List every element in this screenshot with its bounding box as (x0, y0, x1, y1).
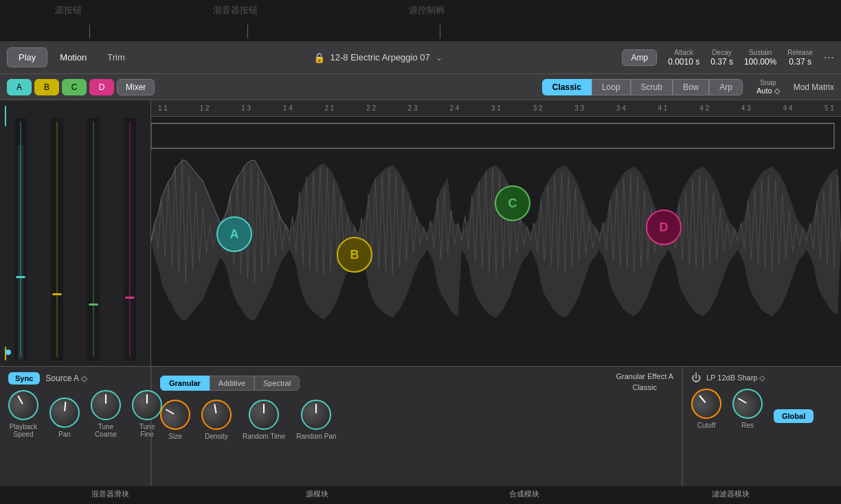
granular-button[interactable]: Granular (160, 376, 210, 391)
annotation-line-handle (440, 25, 440, 38)
track-col-d (113, 106, 148, 360)
lock-icon: 🔒 (313, 52, 325, 63)
source-d-button[interactable]: D (89, 79, 114, 95)
random-time-knob[interactable] (249, 400, 279, 430)
tune-coarse-knob[interactable] (91, 390, 121, 420)
release-label: Release (787, 49, 813, 56)
mode-loop-button[interactable]: Loop (592, 79, 631, 95)
tune-fine-knob[interactable] (132, 390, 162, 420)
decay-label: Decay (712, 49, 731, 56)
attack-label: Attack (674, 49, 693, 56)
bottom-panel: Sync Source A ◇ Playback Speed Pan Tune … (0, 366, 841, 486)
attack-param: Attack 0.0010 s (668, 49, 699, 67)
effect-label-area: Granular Effect A Classic (616, 372, 673, 394)
sustain-value: 100.00% (744, 57, 776, 67)
random-pan-knob[interactable] (301, 400, 331, 430)
fader-b[interactable] (51, 118, 63, 360)
source-a-button[interactable]: A (7, 79, 32, 95)
more-button[interactable]: ··· (824, 50, 834, 65)
track-col-b (39, 106, 74, 360)
knob-group-playback-speed: Playback Speed (8, 390, 38, 438)
res-label: Res (741, 422, 754, 429)
density-knob[interactable] (199, 398, 234, 433)
motion-button[interactable]: Motion (52, 48, 95, 67)
toolbar-right: Amp Attack 0.0010 s Decay 0.37 s Sustain… (622, 49, 834, 67)
annotation-line-source (89, 25, 90, 38)
top-toolbar: Play Motion Trim 🔒 12-8 Electric Arpeggi… (0, 41, 841, 74)
source-c-button[interactable]: C (62, 79, 87, 95)
mode-bow-button[interactable]: Bow (673, 79, 709, 95)
release-param: Release 0.37 s (787, 49, 813, 67)
waveform-area[interactable]: 1 1 1 2 1 3 1 4 2 1 2 2 2 3 2 4 3 1 3 2 … (151, 100, 841, 366)
source-handle-c[interactable]: C (495, 185, 530, 221)
waveform-canvas: waveform A B (151, 117, 841, 366)
knob-group-cutoff: Cutoff (691, 389, 721, 429)
filter-section-header: ⏻ LP 12dB Sharp ◇ (691, 372, 833, 383)
source-b-button[interactable]: B (34, 79, 59, 95)
timeline: 1 1 1 2 1 3 1 4 2 1 2 2 2 3 2 4 3 1 3 2 … (151, 100, 841, 117)
mode-scrub-button[interactable]: Scrub (631, 79, 673, 95)
file-chevron-icon[interactable]: ⌄ (436, 53, 442, 62)
svg-rect-0 (18, 145, 23, 360)
knob-group-tune-coarse: Tune Coarse (91, 390, 121, 438)
snap-label: Snap (760, 79, 776, 87)
source-select[interactable]: Source A ◇ (45, 374, 87, 383)
knob-group-pan: Pan (49, 398, 80, 438)
source-handle-d[interactable]: D (646, 209, 682, 245)
fader-a[interactable] (14, 118, 27, 360)
play-button[interactable]: Play (7, 47, 47, 67)
knob-group-res: Res (732, 389, 763, 429)
trim-button[interactable]: Trim (99, 48, 133, 67)
mode-classic-button[interactable]: Classic (542, 79, 592, 95)
sustain-param: Sustain 100.00% (744, 49, 776, 67)
synth-mode-buttons: Granular Additive Spectral (160, 376, 300, 391)
annotation-line-mixer (247, 25, 248, 38)
cutoff-knob[interactable] (685, 382, 728, 425)
filter-section: ⏻ LP 12dB Sharp ◇ Cutoff Res Global (683, 367, 841, 486)
fader-c[interactable] (87, 118, 100, 360)
timeline-marks: 1 1 1 2 1 3 1 4 2 1 2 2 2 3 2 4 3 1 3 2 … (151, 104, 841, 112)
filter-power-button[interactable]: ⏻ (691, 372, 701, 383)
source-handle-b[interactable]: B (337, 237, 372, 273)
playback-speed-label: Playback Speed (8, 423, 38, 438)
additive-button[interactable]: Additive (210, 376, 254, 391)
synth-section: Granular Additive Spectral Granular Effe… (152, 367, 682, 486)
mixer-section-header: Sync Source A ◇ (8, 372, 142, 385)
source-handle-a[interactable]: A (216, 216, 252, 252)
tune-coarse-label: Tune Coarse (91, 423, 121, 438)
bottom-label-mixer-slider: 混音器滑块 (7, 489, 214, 501)
snap-value[interactable]: Auto ◇ (756, 87, 780, 95)
cutoff-label: Cutoff (697, 422, 716, 429)
bottom-label-synth-module: 合成模块 (420, 489, 627, 501)
playback-speed-knob[interactable] (3, 385, 44, 426)
mod-matrix-button[interactable]: Mod Matrix (794, 82, 834, 92)
spectral-button[interactable]: Spectral (254, 376, 300, 391)
source-knobs-row: Playback Speed Pan Tune Coarse Tune Fine (8, 390, 142, 438)
waveform-svg: waveform (151, 117, 841, 366)
bottom-label-filter-module: 滤波器模块 (627, 489, 834, 501)
release-value: 0.37 s (789, 57, 811, 67)
toolbar-center: 🔒 12-8 Electric Arpeggio 07 ⌄ (137, 52, 618, 63)
fader-d[interactable] (124, 118, 136, 360)
track-col-c (76, 106, 111, 360)
global-button[interactable]: Global (774, 409, 814, 423)
mode-arp-button[interactable]: Arp (709, 79, 743, 95)
filter-knobs-row: Cutoff Res Global (691, 389, 833, 429)
sync-button[interactable]: Sync (8, 372, 40, 385)
knob-group-size: Size (160, 400, 190, 440)
random-time-label: Random Time (243, 433, 285, 440)
knob-group-density: Density (201, 400, 232, 440)
file-name: 12-8 Electric Arpeggio 07 (330, 52, 430, 62)
main-area: 1 1 1 2 1 3 1 4 2 1 2 2 2 3 2 4 3 1 3 2 … (0, 100, 841, 366)
size-label: Size (168, 433, 181, 440)
res-knob[interactable] (727, 383, 768, 424)
second-toolbar: A B C D Mixer Classic Loop Scrub Bow Arp… (0, 74, 841, 100)
mixer-panel (0, 100, 151, 366)
snap-area: Snap Auto ◇ (756, 79, 780, 95)
bottom-label-source-module: 源模块 (214, 489, 420, 501)
pan-knob[interactable] (48, 396, 81, 429)
decay-param: Decay 0.37 s (710, 49, 733, 67)
mixer-button[interactable]: Mixer (117, 79, 155, 95)
filter-type-select[interactable]: LP 12dB Sharp ◇ (706, 374, 765, 382)
amp-button[interactable]: Amp (622, 49, 657, 66)
